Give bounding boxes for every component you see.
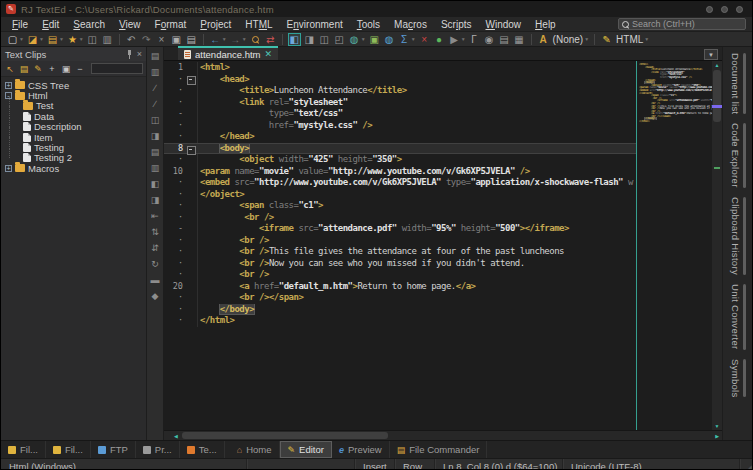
sort-asc-icon[interactable]: ⇅ — [151, 227, 159, 237]
menu-view[interactable]: View — [112, 18, 148, 31]
code-line[interactable]: 20 <a href="default_m.htm">Return to hom… — [164, 281, 636, 293]
menu-edit[interactable]: Edit — [35, 18, 66, 31]
code-line[interactable]: ·</object> — [164, 189, 636, 201]
right-tab-code-explorer[interactable]: Code Explorer — [730, 123, 746, 188]
reopen-file-icon-dropdown[interactable]: ▼ — [59, 36, 64, 42]
mode-pencil-icon[interactable]: ✎ — [600, 33, 613, 46]
sort-desc-icon[interactable]: ⇵ — [151, 243, 159, 253]
code-line[interactable]: ·<embed src="http://www.youtube.com/v/Gk… — [164, 177, 636, 189]
bottom-left-tab-3[interactable]: Pr... — [136, 441, 180, 458]
code-line[interactable]: · <object width="425" height="350"> — [164, 154, 636, 166]
book-icon[interactable]: ◧ — [151, 179, 160, 189]
code-line[interactable]: ·</html> — [164, 315, 636, 327]
code-line[interactable]: · href="mystyle.css" /> — [164, 120, 636, 132]
forward-icon-dropdown[interactable]: ▼ — [242, 36, 247, 42]
right-tab-unit-converter[interactable]: Unit Converter — [730, 284, 746, 349]
tree-expander-icon[interactable]: + — [5, 165, 12, 172]
lines2-icon[interactable]: ▥ — [151, 163, 160, 173]
cut-icon[interactable]: × — [155, 33, 168, 46]
search-input[interactable]: Search (Ctrl+H) — [618, 18, 746, 30]
code-line[interactable]: - type="text/css" — [164, 108, 636, 120]
fold-marker-icon[interactable] — [186, 144, 197, 154]
close-button[interactable] — [736, 6, 743, 13]
undo-icon[interactable]: ↶ — [125, 33, 138, 46]
tab-list-dropdown[interactable]: ▼ — [704, 49, 718, 60]
code-line[interactable]: · </head> — [164, 131, 636, 143]
split-tabs-icon[interactable]: ▤ — [151, 51, 160, 61]
book2-icon[interactable]: ◨ — [151, 195, 160, 205]
panel-left-icon[interactable]: ◧ — [288, 33, 301, 46]
new-file-icon[interactable]: ▢ — [6, 33, 19, 46]
tree-item-data[interactable]: Data — [1, 111, 146, 121]
code-area[interactable]: 1<html>· <head>· <title>Luncheon Attenda… — [164, 61, 636, 430]
sum-icon[interactable]: Σ — [398, 33, 411, 46]
add-icon[interactable]: + — [46, 63, 58, 75]
resize-grip[interactable]: ◢ — [740, 459, 752, 470]
minimize-button[interactable] — [706, 6, 713, 13]
copy-icon[interactable]: ▣ — [170, 33, 183, 46]
code-line[interactable]: · <span class="c1"> — [164, 200, 636, 212]
minimap[interactable]: <html> <head> <title>Luncheon Attendance… — [636, 61, 712, 430]
pin-icon[interactable] — [126, 50, 133, 59]
scroll-up-icon[interactable]: ▲ — [712, 62, 722, 68]
scroll-right-icon[interactable]: ▶ — [715, 431, 719, 441]
panel-view-icon[interactable]: ◫ — [318, 33, 331, 46]
vertical-scrollbar[interactable]: ▲ ▼ — [712, 61, 722, 430]
tree-item-test[interactable]: Test — [1, 101, 146, 111]
view-tab-file-commander[interactable]: ▤File Commander — [390, 441, 488, 458]
open-file-icon[interactable]: ◪ — [26, 33, 39, 46]
menu-html[interactable]: HTML — [238, 18, 279, 31]
menu-window[interactable]: Window — [479, 18, 529, 31]
tree-item-testing[interactable]: Testing — [1, 142, 146, 152]
view-tab-home[interactable]: ⌂Home — [230, 441, 280, 458]
panel-close-icon[interactable]: × — [137, 49, 142, 59]
redo-icon[interactable]: ↷ — [140, 33, 153, 46]
code-line[interactable]: · <br /> — [164, 269, 636, 281]
clip-filter-input[interactable] — [91, 63, 143, 74]
code-line[interactable]: · <head> — [164, 74, 636, 86]
sum-icon-dropdown[interactable]: ▼ — [411, 36, 416, 42]
right-tab-clipboard-history[interactable]: Clipboard History — [730, 197, 746, 275]
pen-slash-icon[interactable]: ∕ — [154, 83, 156, 93]
scroll-down-icon[interactable]: ▼ — [712, 423, 722, 429]
code-line[interactable]: · <br />Now you can see who you missed i… — [164, 258, 636, 270]
bottom-left-tab-4[interactable]: Te... — [180, 441, 225, 458]
back-icon[interactable]: ← — [209, 33, 222, 46]
open-file-icon-dropdown[interactable]: ▼ — [39, 36, 44, 42]
tab-attendance[interactable]: attendance.htm ✕ — [178, 46, 278, 60]
view-tab-preview[interactable]: ePreview — [332, 441, 390, 458]
tree-item-testing-2[interactable]: Testing 2 — [1, 153, 146, 163]
pen-slash2-icon[interactable]: ∕ — [154, 99, 156, 109]
split-tabs2-icon[interactable]: ▥ — [151, 67, 160, 77]
list-icon[interactable]: ▤ — [498, 33, 511, 46]
code-line[interactable]: · <br /> — [164, 235, 636, 247]
refresh-icon[interactable]: ↻ — [151, 259, 159, 269]
tree-item-css-tree[interactable]: +CSS Tree — [1, 80, 146, 90]
run-icon-dropdown[interactable]: ▼ — [461, 36, 466, 42]
bottom-left-tab-1[interactable]: Fil... — [46, 441, 91, 458]
search-icon[interactable] — [249, 33, 262, 46]
lines-icon[interactable]: ▤ — [151, 147, 160, 157]
replace-icon[interactable]: ⇄ — [264, 33, 277, 46]
menu-format[interactable]: Format — [148, 18, 194, 31]
new-file-icon-dropdown[interactable]: ▼ — [19, 36, 24, 42]
stack-icon[interactable]: ◫ — [151, 115, 160, 125]
new-clip-icon[interactable]: ▤ — [18, 63, 30, 75]
paste-icon[interactable]: ▤ — [185, 33, 198, 46]
tab-close-icon[interactable]: ✕ — [265, 49, 273, 59]
code-line[interactable]: · <br /></span> — [164, 292, 636, 304]
scroll-left-icon[interactable]: ◀ — [174, 431, 178, 441]
remove-icon[interactable]: − — [74, 63, 86, 75]
clip-insert-icon[interactable]: ↖ — [4, 63, 16, 75]
key-icon[interactable]: ◆ — [152, 291, 159, 301]
fullscreen-icon[interactable]: ◰ — [333, 33, 346, 46]
bottom-left-tab-0[interactable]: Fil... — [1, 441, 46, 458]
mode-dropdown-icon[interactable]: ▼ — [644, 36, 649, 42]
tree-item-item[interactable]: Item — [1, 132, 146, 142]
web-globe-icon[interactable]: ◍ — [383, 33, 396, 46]
code-line[interactable]: 10<param name="movie" value="http://www.… — [164, 166, 636, 178]
highlighter-icon[interactable]: A — [537, 33, 550, 46]
tree-item-description[interactable]: Description — [1, 122, 146, 132]
mode-label[interactable]: HTML — [616, 34, 643, 45]
code-line[interactable]: - <iframe src="attendance.pdf" width="95… — [164, 223, 636, 235]
